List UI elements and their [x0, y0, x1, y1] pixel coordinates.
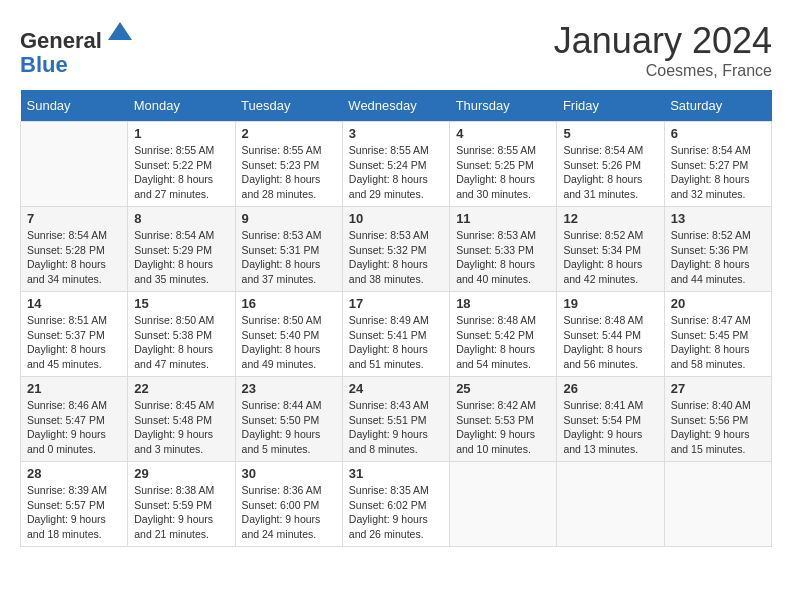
day-info: Sunrise: 8:44 AMSunset: 5:50 PMDaylight:… [242, 398, 336, 457]
day-info: Sunrise: 8:54 AMSunset: 5:26 PMDaylight:… [563, 143, 657, 202]
day-number: 31 [349, 466, 443, 481]
day-number: 23 [242, 381, 336, 396]
calendar-cell: 18Sunrise: 8:48 AMSunset: 5:42 PMDayligh… [450, 292, 557, 377]
day-info: Sunrise: 8:52 AMSunset: 5:36 PMDaylight:… [671, 228, 765, 287]
day-number: 7 [27, 211, 121, 226]
day-number: 15 [134, 296, 228, 311]
calendar-cell: 11Sunrise: 8:53 AMSunset: 5:33 PMDayligh… [450, 207, 557, 292]
day-info: Sunrise: 8:55 AMSunset: 5:22 PMDaylight:… [134, 143, 228, 202]
day-number: 17 [349, 296, 443, 311]
logo-icon [106, 20, 134, 48]
calendar-cell: 6Sunrise: 8:54 AMSunset: 5:27 PMDaylight… [664, 122, 771, 207]
calendar-cell: 1Sunrise: 8:55 AMSunset: 5:22 PMDaylight… [128, 122, 235, 207]
day-number: 30 [242, 466, 336, 481]
calendar-cell: 3Sunrise: 8:55 AMSunset: 5:24 PMDaylight… [342, 122, 449, 207]
day-info: Sunrise: 8:55 AMSunset: 5:24 PMDaylight:… [349, 143, 443, 202]
calendar-cell: 24Sunrise: 8:43 AMSunset: 5:51 PMDayligh… [342, 377, 449, 462]
logo-general: General [20, 28, 102, 53]
calendar-cell: 26Sunrise: 8:41 AMSunset: 5:54 PMDayligh… [557, 377, 664, 462]
day-number: 1 [134, 126, 228, 141]
calendar-cell: 27Sunrise: 8:40 AMSunset: 5:56 PMDayligh… [664, 377, 771, 462]
day-number: 28 [27, 466, 121, 481]
page-header: General Blue January 2024 Coesmes, Franc… [20, 20, 772, 80]
col-header-friday: Friday [557, 90, 664, 122]
calendar-cell [557, 462, 664, 547]
day-number: 22 [134, 381, 228, 396]
day-info: Sunrise: 8:49 AMSunset: 5:41 PMDaylight:… [349, 313, 443, 372]
day-number: 18 [456, 296, 550, 311]
calendar-cell: 15Sunrise: 8:50 AMSunset: 5:38 PMDayligh… [128, 292, 235, 377]
day-number: 2 [242, 126, 336, 141]
calendar-cell [450, 462, 557, 547]
day-info: Sunrise: 8:42 AMSunset: 5:53 PMDaylight:… [456, 398, 550, 457]
day-number: 12 [563, 211, 657, 226]
month-title: January 2024 [554, 20, 772, 62]
calendar-cell: 12Sunrise: 8:52 AMSunset: 5:34 PMDayligh… [557, 207, 664, 292]
day-number: 13 [671, 211, 765, 226]
day-info: Sunrise: 8:35 AMSunset: 6:02 PMDaylight:… [349, 483, 443, 542]
day-info: Sunrise: 8:51 AMSunset: 5:37 PMDaylight:… [27, 313, 121, 372]
logo: General Blue [20, 20, 134, 77]
col-header-thursday: Thursday [450, 90, 557, 122]
col-header-wednesday: Wednesday [342, 90, 449, 122]
calendar-cell: 8Sunrise: 8:54 AMSunset: 5:29 PMDaylight… [128, 207, 235, 292]
calendar-cell: 17Sunrise: 8:49 AMSunset: 5:41 PMDayligh… [342, 292, 449, 377]
day-info: Sunrise: 8:47 AMSunset: 5:45 PMDaylight:… [671, 313, 765, 372]
day-number: 29 [134, 466, 228, 481]
calendar-table: SundayMondayTuesdayWednesdayThursdayFrid… [20, 90, 772, 547]
day-info: Sunrise: 8:48 AMSunset: 5:44 PMDaylight:… [563, 313, 657, 372]
calendar-cell: 23Sunrise: 8:44 AMSunset: 5:50 PMDayligh… [235, 377, 342, 462]
col-header-monday: Monday [128, 90, 235, 122]
location: Coesmes, France [554, 62, 772, 80]
calendar-cell: 4Sunrise: 8:55 AMSunset: 5:25 PMDaylight… [450, 122, 557, 207]
day-info: Sunrise: 8:43 AMSunset: 5:51 PMDaylight:… [349, 398, 443, 457]
day-info: Sunrise: 8:39 AMSunset: 5:57 PMDaylight:… [27, 483, 121, 542]
day-number: 5 [563, 126, 657, 141]
calendar-cell: 30Sunrise: 8:36 AMSunset: 6:00 PMDayligh… [235, 462, 342, 547]
day-info: Sunrise: 8:54 AMSunset: 5:27 PMDaylight:… [671, 143, 765, 202]
day-number: 11 [456, 211, 550, 226]
title-section: January 2024 Coesmes, France [554, 20, 772, 80]
day-info: Sunrise: 8:50 AMSunset: 5:40 PMDaylight:… [242, 313, 336, 372]
day-info: Sunrise: 8:53 AMSunset: 5:32 PMDaylight:… [349, 228, 443, 287]
calendar-cell: 22Sunrise: 8:45 AMSunset: 5:48 PMDayligh… [128, 377, 235, 462]
day-info: Sunrise: 8:40 AMSunset: 5:56 PMDaylight:… [671, 398, 765, 457]
calendar-cell: 19Sunrise: 8:48 AMSunset: 5:44 PMDayligh… [557, 292, 664, 377]
calendar-cell: 25Sunrise: 8:42 AMSunset: 5:53 PMDayligh… [450, 377, 557, 462]
day-info: Sunrise: 8:55 AMSunset: 5:25 PMDaylight:… [456, 143, 550, 202]
calendar-cell: 28Sunrise: 8:39 AMSunset: 5:57 PMDayligh… [21, 462, 128, 547]
day-number: 3 [349, 126, 443, 141]
day-number: 14 [27, 296, 121, 311]
col-header-saturday: Saturday [664, 90, 771, 122]
day-number: 6 [671, 126, 765, 141]
day-info: Sunrise: 8:55 AMSunset: 5:23 PMDaylight:… [242, 143, 336, 202]
day-number: 10 [349, 211, 443, 226]
day-number: 20 [671, 296, 765, 311]
day-number: 24 [349, 381, 443, 396]
day-number: 16 [242, 296, 336, 311]
calendar-cell [21, 122, 128, 207]
col-header-tuesday: Tuesday [235, 90, 342, 122]
day-info: Sunrise: 8:36 AMSunset: 6:00 PMDaylight:… [242, 483, 336, 542]
calendar-cell: 2Sunrise: 8:55 AMSunset: 5:23 PMDaylight… [235, 122, 342, 207]
day-number: 8 [134, 211, 228, 226]
day-number: 26 [563, 381, 657, 396]
svg-marker-0 [108, 22, 132, 40]
calendar-cell: 20Sunrise: 8:47 AMSunset: 5:45 PMDayligh… [664, 292, 771, 377]
day-number: 25 [456, 381, 550, 396]
calendar-cell: 10Sunrise: 8:53 AMSunset: 5:32 PMDayligh… [342, 207, 449, 292]
day-info: Sunrise: 8:50 AMSunset: 5:38 PMDaylight:… [134, 313, 228, 372]
calendar-cell: 14Sunrise: 8:51 AMSunset: 5:37 PMDayligh… [21, 292, 128, 377]
day-number: 21 [27, 381, 121, 396]
calendar-cell: 13Sunrise: 8:52 AMSunset: 5:36 PMDayligh… [664, 207, 771, 292]
calendar-cell: 29Sunrise: 8:38 AMSunset: 5:59 PMDayligh… [128, 462, 235, 547]
day-info: Sunrise: 8:45 AMSunset: 5:48 PMDaylight:… [134, 398, 228, 457]
calendar-cell [664, 462, 771, 547]
day-number: 9 [242, 211, 336, 226]
calendar-cell: 5Sunrise: 8:54 AMSunset: 5:26 PMDaylight… [557, 122, 664, 207]
day-number: 27 [671, 381, 765, 396]
day-info: Sunrise: 8:48 AMSunset: 5:42 PMDaylight:… [456, 313, 550, 372]
day-info: Sunrise: 8:46 AMSunset: 5:47 PMDaylight:… [27, 398, 121, 457]
calendar-cell: 7Sunrise: 8:54 AMSunset: 5:28 PMDaylight… [21, 207, 128, 292]
calendar-cell: 21Sunrise: 8:46 AMSunset: 5:47 PMDayligh… [21, 377, 128, 462]
